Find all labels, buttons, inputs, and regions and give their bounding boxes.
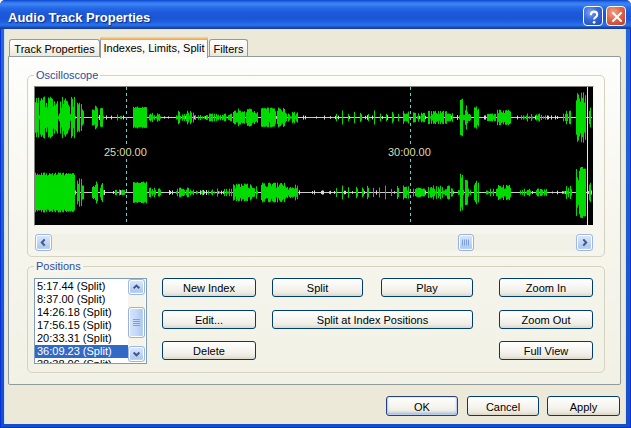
svg-text:30:00.00: 30:00.00 (388, 146, 431, 158)
svg-text:25:00.00: 25:00.00 (104, 146, 147, 158)
